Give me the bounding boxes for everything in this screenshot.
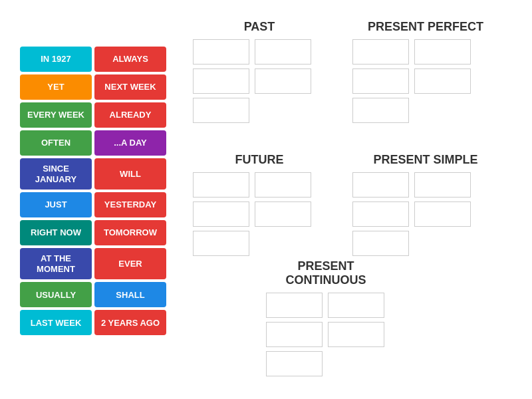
pp-row-3	[352, 98, 499, 123]
word-btn-everyweek[interactable]: EVERY WEEK	[20, 102, 92, 128]
word-btn-already[interactable]: ALREADY	[94, 102, 166, 128]
ps-row-1	[352, 172, 499, 198]
pc-row-3	[266, 351, 386, 376]
past-box-2[interactable]	[255, 39, 311, 65]
word-btn-yet[interactable]: YET	[20, 74, 92, 100]
pc-box-3[interactable]	[266, 322, 323, 347]
future-section: FUTURE	[193, 153, 326, 260]
future-row-2	[193, 201, 326, 227]
future-box-1[interactable]	[193, 172, 249, 198]
pc-box-5[interactable]	[266, 351, 323, 376]
ps-box-5[interactable]	[352, 231, 409, 256]
present-simple-section: PRESENT SIMPLE	[352, 153, 499, 260]
word-btn-sincejan[interactable]: SINCE JANUARY	[20, 158, 92, 190]
past-row-2	[193, 68, 326, 94]
word-btn-just[interactable]: JUST	[20, 192, 92, 217]
past-box-3[interactable]	[193, 68, 249, 94]
word-btn-shall[interactable]: SHALL	[94, 282, 166, 307]
past-box-4[interactable]	[255, 68, 311, 94]
past-box-5[interactable]	[193, 98, 249, 123]
word-btn-often[interactable]: OFTEN	[20, 130, 92, 156]
present-simple-title: PRESENT SIMPLE	[352, 153, 499, 167]
present-continuous-section: PRESENT CONTINUOUS	[266, 259, 386, 380]
word-btn-tomorrow[interactable]: TOMORROW	[94, 220, 166, 245]
past-section: PAST	[193, 20, 326, 127]
word-btn-will[interactable]: WILL	[94, 158, 166, 190]
pc-box-4[interactable]	[328, 322, 384, 347]
ps-row-2	[352, 201, 499, 227]
pp-box-5[interactable]	[352, 98, 409, 123]
pp-box-3[interactable]	[352, 68, 409, 94]
word-btn-usually[interactable]: USUALLY	[20, 282, 92, 307]
word-btn-aday[interactable]: ...A DAY	[94, 130, 166, 156]
word-btn-ever[interactable]: EVER	[94, 248, 166, 279]
future-row-1	[193, 172, 326, 198]
pc-row-1	[266, 293, 386, 318]
future-box-2[interactable]	[255, 172, 311, 198]
future-box-5[interactable]	[193, 231, 249, 256]
future-row-3	[193, 231, 326, 256]
word-btn-yesterday[interactable]: YESTERDAY	[94, 192, 166, 217]
word-btn-lastweek[interactable]: LAST WEEK	[20, 310, 92, 335]
word-bank: IN 1927ALWAYSYETNEXT WEEKEVERY WEEKALREA…	[20, 47, 166, 335]
pp-row-2	[352, 68, 499, 94]
present-continuous-title: PRESENT CONTINUOUS	[266, 259, 386, 287]
pp-box-2[interactable]	[414, 39, 471, 65]
pp-box-1[interactable]	[352, 39, 409, 65]
future-box-4[interactable]	[255, 201, 311, 227]
ps-box-1[interactable]	[352, 172, 409, 198]
past-row-1	[193, 39, 326, 65]
pp-row-1	[352, 39, 499, 65]
pc-box-1[interactable]	[266, 293, 323, 318]
past-row-3	[193, 98, 326, 123]
pc-box-2[interactable]	[328, 293, 384, 318]
ps-box-4[interactable]	[414, 201, 471, 227]
word-btn-in1927[interactable]: IN 1927	[20, 47, 92, 72]
word-btn-rightnow[interactable]: RIGHT NOW	[20, 220, 92, 245]
word-btn-nextweek[interactable]: NEXT WEEK	[94, 74, 166, 100]
past-box-1[interactable]	[193, 39, 249, 65]
future-title: FUTURE	[193, 153, 326, 167]
present-perfect-title: PRESENT PERFECT	[352, 20, 499, 34]
present-perfect-section: PRESENT PERFECT	[352, 20, 499, 127]
ps-box-3[interactable]	[352, 201, 409, 227]
pc-row-2	[266, 322, 386, 347]
ps-box-2[interactable]	[414, 172, 471, 198]
word-btn-2yearsago[interactable]: 2 YEARS AGO	[94, 310, 166, 335]
word-btn-always[interactable]: ALWAYS	[94, 47, 166, 72]
ps-row-3	[352, 231, 499, 256]
past-title: PAST	[193, 20, 326, 34]
pp-box-4[interactable]	[414, 68, 471, 94]
word-btn-atmoment[interactable]: AT THE MOMENT	[20, 248, 92, 279]
future-box-3[interactable]	[193, 201, 249, 227]
